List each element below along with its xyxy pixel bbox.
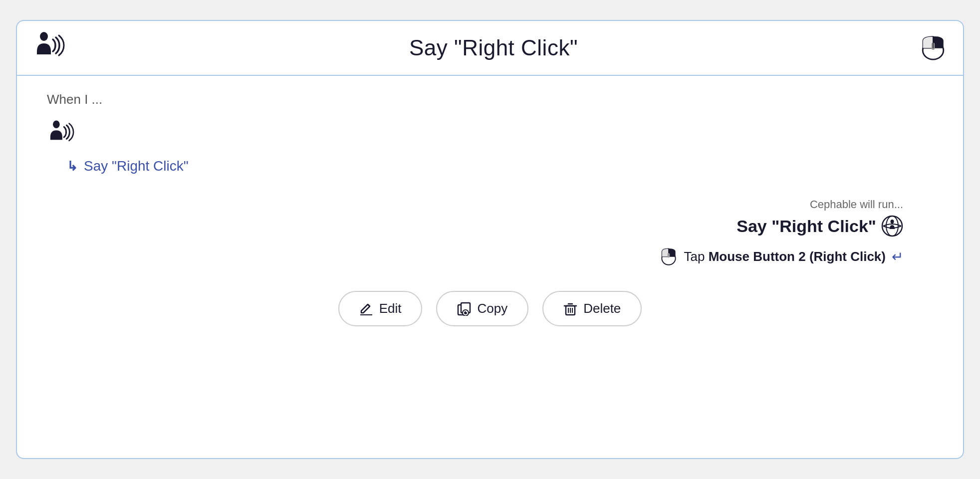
page-title: Say "Right Click" bbox=[409, 35, 578, 60]
trigger-row bbox=[47, 119, 933, 149]
tap-detail-text: Tap Mouse Button 2 (Right Click) bbox=[684, 249, 886, 264]
cephable-will-run-label: Cephable will run... bbox=[810, 198, 903, 211]
edit-button[interactable]: Edit bbox=[338, 291, 423, 326]
phrase-arrow-icon: ↳ bbox=[67, 159, 78, 174]
action-title: Say "Right Click" bbox=[736, 217, 876, 236]
phrase-text: Say "Right Click" bbox=[84, 158, 189, 174]
voice-trigger-icon bbox=[47, 119, 77, 149]
cephable-logo-icon bbox=[33, 30, 68, 65]
svg-point-0 bbox=[40, 32, 48, 41]
mouse-right-click-icon bbox=[919, 34, 947, 62]
mouse-icon-area bbox=[919, 34, 947, 62]
action-area: Cephable will run... Say "Right Click" bbox=[47, 198, 933, 266]
header: Say "Right Click" bbox=[17, 21, 963, 76]
svg-rect-10 bbox=[667, 253, 670, 257]
svg-point-7 bbox=[891, 220, 894, 224]
edit-icon bbox=[359, 302, 373, 316]
delete-icon bbox=[563, 302, 577, 316]
delete-button[interactable]: Delete bbox=[542, 291, 642, 326]
body-content: When I ... ↳ Say "Right Click" Cephable … bbox=[17, 76, 963, 346]
main-card: Say "Right Click" When I ... bbox=[16, 20, 964, 459]
action-title-row: Say "Right Click" bbox=[736, 215, 903, 237]
when-label: When I ... bbox=[47, 92, 933, 107]
phrase-row: ↳ Say "Right Click" bbox=[67, 158, 933, 174]
svg-point-4 bbox=[53, 121, 60, 128]
enter-icon: ↵ bbox=[892, 248, 903, 265]
mouse-tap-icon bbox=[659, 247, 678, 266]
action-detail-row: Tap Mouse Button 2 (Right Click) ↵ bbox=[659, 247, 903, 266]
copy-button[interactable]: Copy bbox=[436, 291, 528, 326]
svg-point-15 bbox=[466, 311, 467, 312]
logo-area bbox=[33, 30, 68, 65]
copy-icon bbox=[457, 302, 471, 316]
cephable-action-icon bbox=[881, 215, 903, 237]
button-row: Edit Copy bbox=[47, 291, 933, 326]
